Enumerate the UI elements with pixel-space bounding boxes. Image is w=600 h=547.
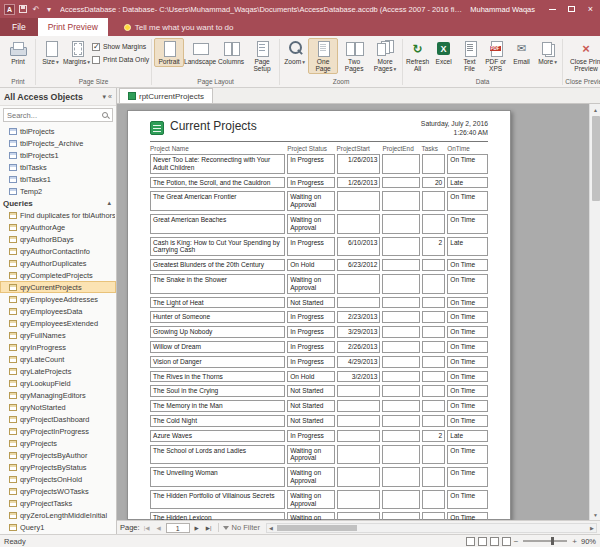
horizontal-scroll-thumb[interactable] bbox=[277, 525, 357, 531]
portrait-button[interactable]: Portrait bbox=[154, 38, 184, 67]
maximize-button[interactable] bbox=[562, 0, 581, 18]
two-pages-button[interactable]: Two Pages bbox=[339, 38, 369, 74]
one-page-button[interactable]: One Page bbox=[308, 38, 338, 74]
sidebar-item-query[interactable]: qryAuthorDuplicates bbox=[0, 257, 116, 269]
report-page[interactable]: Current Projects Saturday, July 2, 2016 … bbox=[127, 110, 511, 520]
page-setup-button[interactable]: Page Setup bbox=[247, 38, 277, 74]
nav-pane-dropdown-icon[interactable]: ▾ bbox=[103, 93, 107, 101]
tab-print-preview[interactable]: Print Preview bbox=[38, 18, 108, 36]
sidebar-item-table[interactable]: Temp2 bbox=[0, 185, 116, 197]
print-preview-area[interactable]: Current Projects Saturday, July 2, 2016 … bbox=[117, 104, 600, 520]
sidebar-item-query[interactable]: qryZeroLengthMiddleInitial bbox=[0, 509, 116, 521]
sidebar-item-query[interactable]: qryEmployeesData bbox=[0, 305, 116, 317]
zoom-percentage[interactable]: 90% bbox=[580, 537, 596, 546]
sidebar-item-query[interactable]: qryProjectsByAuthor bbox=[0, 449, 116, 461]
zoom-slider-thumb[interactable] bbox=[551, 537, 554, 545]
excel-export-button[interactable]: Excel bbox=[431, 38, 456, 67]
print-preview-view-icon[interactable] bbox=[478, 537, 487, 546]
sidebar-item-query[interactable]: Find duplicates for tblAuthors bbox=[0, 209, 116, 221]
layout-view-icon[interactable] bbox=[490, 537, 499, 546]
sidebar-item-query[interactable]: qryFullNames bbox=[0, 329, 116, 341]
sidebar-item-query[interactable]: qryEmployeeAddresses bbox=[0, 293, 116, 305]
queries-group-header[interactable]: Queries ▴ bbox=[0, 197, 116, 209]
sidebar-item-query[interactable]: qryEmployeesExtended bbox=[0, 317, 116, 329]
sidebar-item-table[interactable]: tblProjects bbox=[0, 125, 116, 137]
email-button[interactable]: Email bbox=[509, 38, 534, 67]
zoom-in-icon[interactable]: + bbox=[572, 537, 577, 546]
ribbon-group-close-preview: Close Print Preview Close Preview bbox=[563, 37, 600, 87]
nav-pane-shutter-icon[interactable]: « bbox=[108, 93, 112, 100]
print-data-only-checkbox[interactable]: Print Data Only bbox=[92, 54, 149, 65]
sidebar-item-query[interactable]: qryCompletedProjects bbox=[0, 269, 116, 281]
close-button[interactable]: × bbox=[581, 0, 600, 18]
more-pages-button[interactable]: More Pages bbox=[370, 38, 400, 75]
vertical-scrollbar[interactable]: ▲ ▼ bbox=[589, 104, 600, 520]
sidebar-item-query[interactable]: qryNotStarted bbox=[0, 401, 116, 413]
text-file-export-button[interactable]: Text File bbox=[457, 38, 482, 74]
close-print-preview-button[interactable]: Close Print Preview bbox=[565, 38, 600, 74]
sidebar-item-query[interactable]: qryProjectsOnHold bbox=[0, 473, 116, 485]
sidebar-item-query[interactable]: qryLookupField bbox=[0, 377, 116, 389]
pdf-xps-export-button[interactable]: PDF or XPS bbox=[483, 38, 508, 74]
nav-pane-header[interactable]: All Access Objects ▾ « bbox=[0, 88, 116, 106]
show-margins-checkbox[interactable]: Show Margins bbox=[92, 41, 149, 52]
size-button[interactable]: Size bbox=[38, 38, 63, 68]
refresh-all-button[interactable]: Refresh All bbox=[405, 38, 430, 74]
sidebar-item-query[interactable]: qryLateCount bbox=[0, 353, 116, 365]
sidebar-item-query[interactable]: qryProjects bbox=[0, 437, 116, 449]
more-export-button[interactable]: More bbox=[535, 38, 560, 68]
zoom-slider[interactable] bbox=[523, 540, 567, 542]
query-name: qryAuthorBDays bbox=[20, 235, 74, 244]
sidebar-item-table[interactable]: tblTasks1 bbox=[0, 173, 116, 185]
scroll-left-icon[interactable]: ◀ bbox=[267, 524, 275, 532]
minimize-button[interactable] bbox=[543, 0, 562, 18]
vertical-scroll-thumb[interactable] bbox=[592, 116, 600, 201]
print-button[interactable]: Print bbox=[3, 38, 33, 67]
sidebar-item-query[interactable]: qryProjectsWOTasks bbox=[0, 485, 116, 497]
sidebar-item-query[interactable]: Query1 bbox=[0, 521, 116, 533]
filter-indicator[interactable]: No Filter bbox=[223, 523, 260, 532]
horizontal-scrollbar[interactable]: ◀ ▶ bbox=[266, 523, 597, 533]
zoom-button[interactable]: Zoom bbox=[282, 38, 307, 68]
save-icon[interactable] bbox=[18, 4, 28, 15]
margins-button[interactable]: Margins bbox=[64, 38, 89, 68]
sidebar-item-table[interactable]: tblTasks bbox=[0, 161, 116, 173]
cell-project-name: Cash is King: How to Cut Your Spending b… bbox=[150, 237, 285, 257]
first-page-button[interactable]: |◀ bbox=[142, 522, 152, 534]
sidebar-item-query[interactable]: qryLateProjects bbox=[0, 365, 116, 377]
access-app-icon[interactable]: A bbox=[4, 4, 15, 15]
sidebar-item-query[interactable]: qryProjectsByStatus bbox=[0, 461, 116, 473]
zoom-out-icon[interactable]: − bbox=[514, 537, 519, 546]
sidebar-item-query[interactable]: qryAuthorBDays bbox=[0, 233, 116, 245]
previous-page-button[interactable]: ◀ bbox=[154, 522, 164, 534]
sidebar-item-query[interactable]: qryCurrentProjects bbox=[0, 281, 116, 293]
scroll-down-icon[interactable]: ▼ bbox=[590, 509, 600, 520]
nav-search-box[interactable] bbox=[3, 108, 113, 122]
signed-in-user[interactable]: Muhammad Waqas bbox=[470, 5, 535, 14]
sidebar-item-query[interactable]: qryAuthorAge bbox=[0, 221, 116, 233]
scroll-right-icon[interactable]: ▶ bbox=[588, 524, 596, 532]
sidebar-item-query[interactable]: qryProjectTasks bbox=[0, 497, 116, 509]
tab-file[interactable]: File bbox=[0, 18, 38, 36]
sidebar-item-table[interactable]: tblProjects1 bbox=[0, 149, 116, 161]
tab-rptCurrentProjects[interactable]: rptCurrentProjects bbox=[119, 88, 213, 103]
search-input[interactable] bbox=[7, 111, 102, 120]
sidebar-item-query[interactable]: qryInProgress bbox=[0, 341, 116, 353]
current-page-input[interactable]: 1 bbox=[166, 523, 190, 533]
next-page-button[interactable]: ▶ bbox=[192, 522, 202, 534]
collapse-group-icon[interactable]: ▴ bbox=[107, 199, 111, 207]
scroll-up-icon[interactable]: ▲ bbox=[590, 104, 600, 115]
landscape-button[interactable]: Landscape bbox=[185, 38, 215, 67]
last-page-button[interactable]: ▶| bbox=[204, 522, 214, 534]
design-view-icon[interactable] bbox=[502, 537, 511, 546]
sidebar-item-table[interactable]: tblProjects_Archive bbox=[0, 137, 116, 149]
qat-dropdown-icon[interactable]: ▾ bbox=[44, 4, 54, 15]
report-view-icon[interactable] bbox=[466, 537, 475, 546]
sidebar-item-query[interactable]: qryProjectInProgress bbox=[0, 425, 116, 437]
sidebar-item-query[interactable]: qryProjectDashboard bbox=[0, 413, 116, 425]
tell-me-box[interactable]: Tell me what you want to do bbox=[124, 18, 234, 36]
undo-icon[interactable]: ↶ bbox=[31, 4, 41, 15]
sidebar-item-query[interactable]: qryManagingEditors bbox=[0, 389, 116, 401]
sidebar-item-query[interactable]: qryAuthorContactInfo bbox=[0, 245, 116, 257]
columns-button[interactable]: Columns bbox=[216, 38, 246, 67]
